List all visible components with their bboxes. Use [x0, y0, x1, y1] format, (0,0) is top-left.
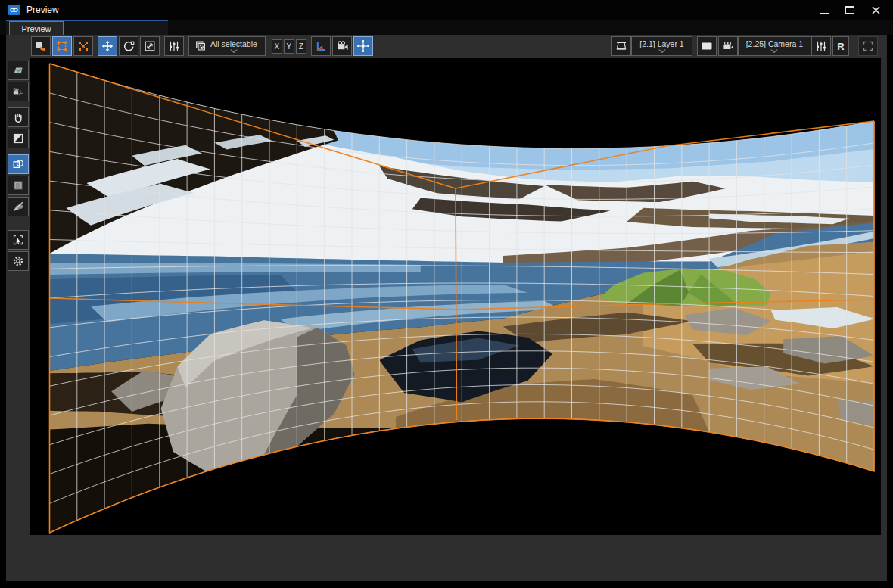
- ffd-box-icon: [55, 39, 69, 53]
- tab-bar: Preview: [0, 20, 893, 35]
- camera-move-button[interactable]: [353, 36, 373, 56]
- ffd-points-button[interactable]: [73, 36, 93, 56]
- warp-mesh-canvas: [30, 58, 881, 535]
- title-bar: Preview: [0, 0, 893, 20]
- fullscreen-preview-button[interactable]: [697, 36, 717, 56]
- camera-move-icon: [356, 39, 370, 53]
- solid-square-icon: [11, 179, 25, 192]
- layer-selector-label: [2.1] Layer 1: [639, 40, 683, 48]
- camera-axes-icon: [11, 85, 25, 98]
- sliders-icon: [167, 39, 181, 53]
- select-object-button[interactable]: [31, 36, 51, 56]
- perspective-view-icon: [11, 64, 25, 77]
- chevron-down-icon: [230, 49, 238, 53]
- pan-tool-button[interactable]: [8, 107, 29, 127]
- select-arrow-icon: [34, 39, 48, 53]
- camera-axes-view-button[interactable]: [8, 82, 29, 101]
- camera-view-button[interactable]: [332, 36, 352, 56]
- sliders-icon: [814, 39, 828, 53]
- view-sidebar: [6, 58, 30, 581]
- selection-frame-button[interactable]: [858, 36, 878, 56]
- app-logo-icon: [8, 5, 20, 15]
- selectable-filter-dropdown[interactable]: All selectable: [188, 36, 266, 56]
- gear-icon: [11, 254, 25, 268]
- perspective-view-button[interactable]: [8, 61, 29, 80]
- tab-strip: Preview: [6, 20, 168, 35]
- split-view-button[interactable]: [8, 129, 29, 148]
- toolbar-right-group: [2.1] Layer 1 [2.25] Camera 1: [611, 36, 878, 56]
- selectable-filter-label: All selectable: [210, 40, 257, 48]
- show-objects-button[interactable]: [8, 154, 29, 174]
- tab-preview[interactable]: Preview: [9, 21, 64, 36]
- close-button[interactable]: [871, 5, 881, 15]
- screen-button[interactable]: [611, 36, 631, 56]
- shapes-disabled-icon: [11, 200, 25, 213]
- content-area: All selectable X Y Z: [6, 35, 887, 581]
- preview-settings-button[interactable]: [8, 251, 29, 271]
- preview-window: Preview Preview: [0, 0, 893, 588]
- main-toolbar: All selectable X Y Z: [6, 35, 887, 58]
- chevron-down-icon: [770, 49, 778, 53]
- ffd-select-button[interactable]: [52, 36, 72, 56]
- hand-icon: [11, 110, 25, 124]
- camera-sliders-button[interactable]: [811, 36, 831, 56]
- scale-tool-button[interactable]: [140, 36, 160, 56]
- camera-selector-label: [2.25] Camera 1: [746, 40, 803, 48]
- projector-button[interactable]: [718, 36, 738, 56]
- reset-camera-button[interactable]: R: [832, 36, 849, 56]
- scale-icon: [143, 39, 157, 53]
- split-view-icon: [11, 132, 25, 145]
- tab-label: Preview: [21, 24, 51, 33]
- preview-canvas[interactable]: [30, 58, 881, 535]
- window-title: Preview: [26, 5, 59, 15]
- selection-frame-icon: [861, 39, 875, 53]
- axes-icon: [314, 39, 328, 53]
- move-icon: [101, 39, 114, 53]
- layer-selector-dropdown[interactable]: [2.1] Layer 1: [631, 36, 692, 56]
- layer-stack-icon: [194, 39, 207, 53]
- hide-objects-button[interactable]: [8, 197, 29, 216]
- move-tool-button[interactable]: [98, 36, 117, 56]
- rotate-icon: [122, 39, 135, 53]
- camera-selector-dropdown[interactable]: [2.25] Camera 1: [738, 36, 811, 56]
- pick-select-icon: [11, 233, 25, 247]
- axis-z-button[interactable]: Z: [296, 39, 306, 54]
- rotate-tool-button[interactable]: [119, 36, 138, 56]
- solid-view-button[interactable]: [8, 176, 29, 195]
- white-rect-icon: [700, 39, 714, 53]
- axis-y-button[interactable]: Y: [284, 39, 294, 54]
- parameter-sliders-button[interactable]: [164, 36, 184, 56]
- chevron-down-icon: [658, 49, 666, 53]
- axis-x-button[interactable]: X: [272, 39, 282, 54]
- coordinate-space-button[interactable]: [311, 36, 331, 56]
- minimize-button[interactable]: [820, 5, 829, 14]
- projector-icon: [721, 39, 735, 53]
- camera-view-icon: [335, 39, 349, 53]
- ffd-points-icon: [76, 39, 90, 53]
- screen-icon: [615, 39, 628, 53]
- maximize-button[interactable]: [845, 6, 854, 14]
- shapes-icon: [11, 157, 25, 171]
- click-selection-button[interactable]: [8, 230, 29, 250]
